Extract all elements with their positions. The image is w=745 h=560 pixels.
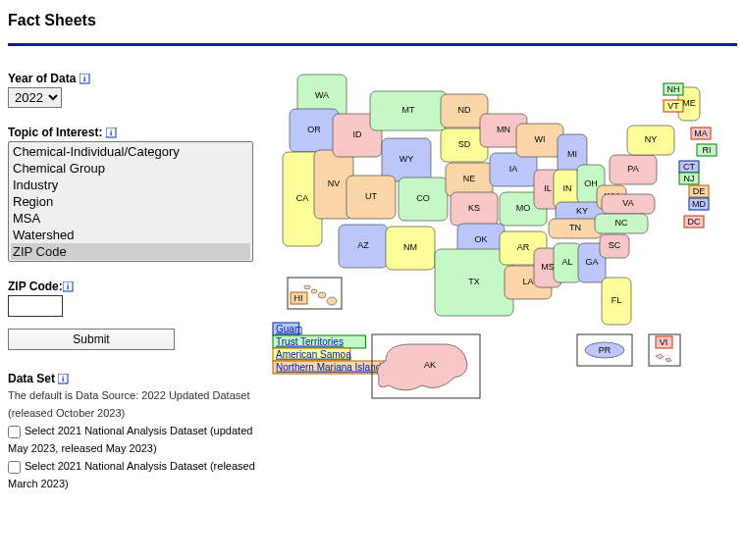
territory-trust-territories[interactable]: Trust Territories xyxy=(273,335,365,348)
info-icon[interactable]: i xyxy=(80,74,91,85)
topic-option[interactable]: Industry xyxy=(11,177,250,193)
svg-point-108 xyxy=(311,289,317,293)
state-nh[interactable]: NH xyxy=(664,83,683,95)
zip-label-text: ZIP Code: xyxy=(8,280,63,293)
svg-rect-18 xyxy=(370,91,447,130)
dataset-label-text: Data Set xyxy=(8,372,55,385)
us-map: WAORCANVIDMTWYUTAZCONMNDSDNEKSOKTXMNIAMO… xyxy=(263,72,734,405)
dataset-default-text: The default is Data Source: 2022 Updated… xyxy=(8,387,263,422)
state-pa[interactable]: PA xyxy=(610,155,657,184)
state-ne[interactable]: NE xyxy=(446,163,493,196)
svg-text:i: i xyxy=(62,375,65,383)
topic-option[interactable]: Chemical Group xyxy=(11,160,250,177)
svg-rect-72 xyxy=(602,278,631,325)
state-wi[interactable]: WI xyxy=(516,124,563,157)
state-az[interactable]: AZ xyxy=(339,225,388,268)
dataset-checkbox-2[interactable] xyxy=(8,461,21,474)
dataset-checkbox-1-label: Select 2021 National Analysis Dataset (u… xyxy=(8,425,252,454)
svg-text:DE: DE xyxy=(693,186,706,196)
state-fl[interactable]: FL xyxy=(602,278,631,325)
state-md[interactable]: MD xyxy=(689,198,709,210)
state-de[interactable]: DE xyxy=(689,185,709,197)
state-ri[interactable]: RI xyxy=(697,144,717,156)
svg-rect-26 xyxy=(399,178,448,221)
topic-option[interactable]: Watershed xyxy=(11,227,250,243)
topic-option[interactable]: Region xyxy=(11,193,250,210)
state-or[interactable]: OR xyxy=(290,109,339,152)
topic-label-text: Topic of Interest: xyxy=(8,126,102,139)
topic-option[interactable]: ZIP Code xyxy=(11,243,250,260)
info-icon[interactable]: i xyxy=(63,281,75,293)
svg-text:VI: VI xyxy=(660,337,668,347)
state-alaska[interactable]: AK xyxy=(372,334,480,398)
svg-rect-62 xyxy=(554,243,581,282)
svg-rect-28 xyxy=(386,227,435,270)
svg-point-110 xyxy=(327,297,337,305)
state-hawaii[interactable]: HI xyxy=(288,278,342,309)
svg-text:HI: HI xyxy=(294,293,303,303)
state-sc[interactable]: SC xyxy=(600,234,629,258)
svg-rect-34 xyxy=(446,163,493,196)
svg-point-107 xyxy=(304,285,310,289)
dataset-checkbox-2-label: Select 2021 National Analysis Dataset (r… xyxy=(8,460,255,489)
state-wy[interactable]: WY xyxy=(382,138,431,181)
svg-text:MD: MD xyxy=(692,199,706,209)
svg-text:RI: RI xyxy=(703,145,712,155)
svg-text:Trust Territories: Trust Territories xyxy=(276,336,344,347)
zip-label: ZIP Code: i xyxy=(8,280,263,293)
svg-rect-84 xyxy=(627,126,674,155)
svg-text:NJ: NJ xyxy=(684,174,695,183)
territory-guam[interactable]: Guam xyxy=(273,323,302,335)
svg-rect-80 xyxy=(600,234,629,258)
info-icon[interactable]: i xyxy=(58,374,70,385)
state-co[interactable]: CO xyxy=(399,178,448,221)
dataset-label: Data Set i xyxy=(8,372,263,385)
svg-rect-36 xyxy=(451,192,498,226)
state-nj[interactable]: NJ xyxy=(679,173,699,184)
state-ks[interactable]: KS xyxy=(451,192,498,226)
svg-rect-78 xyxy=(595,214,648,233)
svg-rect-68 xyxy=(549,219,602,238)
svg-rect-10 xyxy=(290,109,339,152)
state-virgin-islands[interactable]: VI xyxy=(649,334,680,366)
svg-rect-52 xyxy=(516,124,563,157)
territory-american-samoa[interactable]: American Samoa xyxy=(273,348,351,361)
topic-option[interactable]: MSA xyxy=(11,210,250,227)
svg-rect-82 xyxy=(610,155,657,184)
svg-point-109 xyxy=(318,292,326,298)
state-puerto-rico[interactable]: PR xyxy=(577,334,632,366)
state-nm[interactable]: NM xyxy=(386,227,435,270)
svg-text:DC: DC xyxy=(688,217,701,227)
state-tn[interactable]: TN xyxy=(549,219,602,238)
svg-text:American Samoa: American Samoa xyxy=(276,349,351,360)
state-ma[interactable]: MA xyxy=(691,127,711,139)
svg-text:CT: CT xyxy=(683,162,695,172)
svg-text:Northern Mariana Islands: Northern Mariana Islands xyxy=(276,362,386,373)
submit-button[interactable]: Submit xyxy=(8,329,175,350)
state-mt[interactable]: MT xyxy=(370,91,447,130)
state-al[interactable]: AL xyxy=(554,243,581,282)
page-title: Fact Sheets xyxy=(8,12,737,29)
state-ny[interactable]: NY xyxy=(627,126,674,155)
header-rule xyxy=(8,43,737,46)
state-va[interactable]: VA xyxy=(602,194,655,214)
state-vt[interactable]: VT xyxy=(664,100,683,112)
svg-rect-22 xyxy=(346,176,396,219)
svg-rect-20 xyxy=(382,138,431,181)
topic-option[interactable]: Chemical-Individual/Category xyxy=(11,143,250,160)
topic-select[interactable]: Chemical-Individual/CategoryChemical Gro… xyxy=(8,141,253,262)
zip-input[interactable] xyxy=(8,295,63,317)
state-ct[interactable]: CT xyxy=(679,161,699,173)
state-nc[interactable]: NC xyxy=(595,214,648,233)
info-icon[interactable]: i xyxy=(106,127,118,139)
form-panel: Year of Data i 2022 Topic of Interest: i… xyxy=(8,72,263,494)
year-select[interactable]: 2022 xyxy=(8,87,62,108)
dataset-checkbox-1[interactable] xyxy=(8,426,21,438)
svg-text:i: i xyxy=(110,128,113,137)
state-ut[interactable]: UT xyxy=(346,176,396,219)
state-ia[interactable]: IA xyxy=(490,153,537,186)
year-label-text: Year of Data xyxy=(8,72,76,85)
svg-rect-44 xyxy=(490,153,537,186)
svg-text:i: i xyxy=(83,75,86,83)
state-dc[interactable]: DC xyxy=(684,216,704,228)
